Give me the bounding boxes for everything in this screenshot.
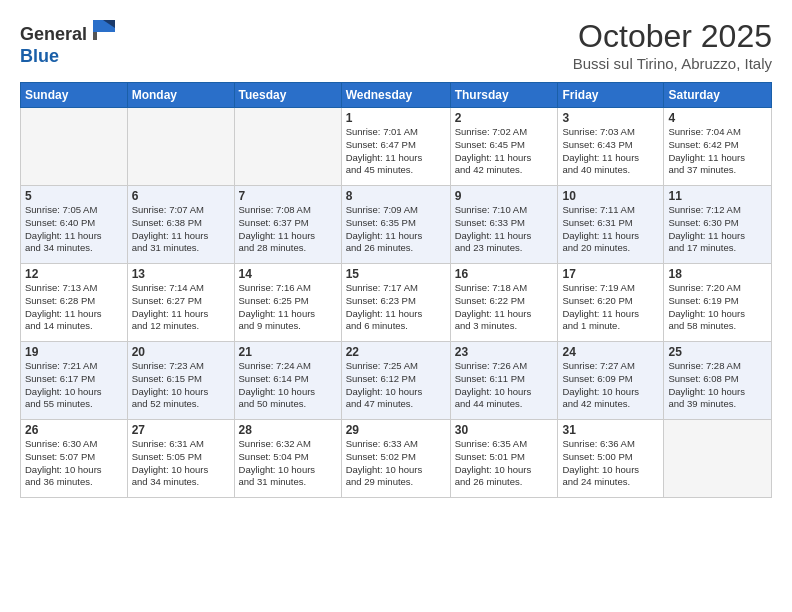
day-info: Sunrise: 7:18 AM Sunset: 6:22 PM Dayligh… bbox=[455, 282, 554, 333]
calendar-cell-w1-d0 bbox=[21, 108, 128, 186]
day-number: 28 bbox=[239, 423, 337, 437]
day-info: Sunrise: 7:12 AM Sunset: 6:30 PM Dayligh… bbox=[668, 204, 767, 255]
day-info: Sunrise: 6:31 AM Sunset: 5:05 PM Dayligh… bbox=[132, 438, 230, 489]
calendar-cell-w1-d3: 1Sunrise: 7:01 AM Sunset: 6:47 PM Daylig… bbox=[341, 108, 450, 186]
day-number: 7 bbox=[239, 189, 337, 203]
calendar-week-2: 5Sunrise: 7:05 AM Sunset: 6:40 PM Daylig… bbox=[21, 186, 772, 264]
logo-flag-icon bbox=[89, 18, 117, 40]
calendar-cell-w3-d0: 12Sunrise: 7:13 AM Sunset: 6:28 PM Dayli… bbox=[21, 264, 128, 342]
day-info: Sunrise: 7:10 AM Sunset: 6:33 PM Dayligh… bbox=[455, 204, 554, 255]
day-number: 16 bbox=[455, 267, 554, 281]
day-number: 23 bbox=[455, 345, 554, 359]
calendar-cell-w3-d5: 17Sunrise: 7:19 AM Sunset: 6:20 PM Dayli… bbox=[558, 264, 664, 342]
calendar-cell-w2-d3: 8Sunrise: 7:09 AM Sunset: 6:35 PM Daylig… bbox=[341, 186, 450, 264]
col-sunday: Sunday bbox=[21, 83, 128, 108]
logo-general: General bbox=[20, 24, 87, 44]
calendar-cell-w4-d2: 21Sunrise: 7:24 AM Sunset: 6:14 PM Dayli… bbox=[234, 342, 341, 420]
calendar-cell-w3-d1: 13Sunrise: 7:14 AM Sunset: 6:27 PM Dayli… bbox=[127, 264, 234, 342]
day-number: 6 bbox=[132, 189, 230, 203]
day-info: Sunrise: 7:21 AM Sunset: 6:17 PM Dayligh… bbox=[25, 360, 123, 411]
day-info: Sunrise: 6:30 AM Sunset: 5:07 PM Dayligh… bbox=[25, 438, 123, 489]
location-subtitle: Bussi sul Tirino, Abruzzo, Italy bbox=[573, 55, 772, 72]
day-number: 20 bbox=[132, 345, 230, 359]
header: General Blue October 2025 Bussi sul Tiri… bbox=[20, 18, 772, 72]
calendar-cell-w2-d4: 9Sunrise: 7:10 AM Sunset: 6:33 PM Daylig… bbox=[450, 186, 558, 264]
day-info: Sunrise: 7:20 AM Sunset: 6:19 PM Dayligh… bbox=[668, 282, 767, 333]
day-number: 26 bbox=[25, 423, 123, 437]
col-tuesday: Tuesday bbox=[234, 83, 341, 108]
day-number: 27 bbox=[132, 423, 230, 437]
calendar-cell-w2-d0: 5Sunrise: 7:05 AM Sunset: 6:40 PM Daylig… bbox=[21, 186, 128, 264]
day-info: Sunrise: 7:19 AM Sunset: 6:20 PM Dayligh… bbox=[562, 282, 659, 333]
calendar-cell-w4-d1: 20Sunrise: 7:23 AM Sunset: 6:15 PM Dayli… bbox=[127, 342, 234, 420]
day-info: Sunrise: 7:26 AM Sunset: 6:11 PM Dayligh… bbox=[455, 360, 554, 411]
day-info: Sunrise: 7:04 AM Sunset: 6:42 PM Dayligh… bbox=[668, 126, 767, 177]
day-info: Sunrise: 6:32 AM Sunset: 5:04 PM Dayligh… bbox=[239, 438, 337, 489]
day-info: Sunrise: 7:28 AM Sunset: 6:08 PM Dayligh… bbox=[668, 360, 767, 411]
day-info: Sunrise: 7:23 AM Sunset: 6:15 PM Dayligh… bbox=[132, 360, 230, 411]
day-info: Sunrise: 7:11 AM Sunset: 6:31 PM Dayligh… bbox=[562, 204, 659, 255]
col-friday: Friday bbox=[558, 83, 664, 108]
calendar-cell-w1-d1 bbox=[127, 108, 234, 186]
calendar-cell-w4-d5: 24Sunrise: 7:27 AM Sunset: 6:09 PM Dayli… bbox=[558, 342, 664, 420]
calendar-table: Sunday Monday Tuesday Wednesday Thursday… bbox=[20, 82, 772, 498]
col-monday: Monday bbox=[127, 83, 234, 108]
day-info: Sunrise: 7:07 AM Sunset: 6:38 PM Dayligh… bbox=[132, 204, 230, 255]
calendar-week-4: 19Sunrise: 7:21 AM Sunset: 6:17 PM Dayli… bbox=[21, 342, 772, 420]
day-info: Sunrise: 7:27 AM Sunset: 6:09 PM Dayligh… bbox=[562, 360, 659, 411]
day-number: 29 bbox=[346, 423, 446, 437]
day-number: 17 bbox=[562, 267, 659, 281]
calendar-cell-w2-d6: 11Sunrise: 7:12 AM Sunset: 6:30 PM Dayli… bbox=[664, 186, 772, 264]
day-number: 24 bbox=[562, 345, 659, 359]
day-info: Sunrise: 7:08 AM Sunset: 6:37 PM Dayligh… bbox=[239, 204, 337, 255]
page: General Blue October 2025 Bussi sul Tiri… bbox=[0, 0, 792, 612]
day-info: Sunrise: 7:02 AM Sunset: 6:45 PM Dayligh… bbox=[455, 126, 554, 177]
calendar-cell-w3-d4: 16Sunrise: 7:18 AM Sunset: 6:22 PM Dayli… bbox=[450, 264, 558, 342]
calendar-cell-w2-d2: 7Sunrise: 7:08 AM Sunset: 6:37 PM Daylig… bbox=[234, 186, 341, 264]
day-number: 13 bbox=[132, 267, 230, 281]
day-number: 31 bbox=[562, 423, 659, 437]
logo-text: General Blue bbox=[20, 18, 117, 67]
calendar-cell-w5-d1: 27Sunrise: 6:31 AM Sunset: 5:05 PM Dayli… bbox=[127, 420, 234, 498]
calendar-week-1: 1Sunrise: 7:01 AM Sunset: 6:47 PM Daylig… bbox=[21, 108, 772, 186]
title-block: October 2025 Bussi sul Tirino, Abruzzo, … bbox=[573, 18, 772, 72]
col-wednesday: Wednesday bbox=[341, 83, 450, 108]
day-number: 1 bbox=[346, 111, 446, 125]
day-number: 30 bbox=[455, 423, 554, 437]
col-saturday: Saturday bbox=[664, 83, 772, 108]
calendar-cell-w4-d3: 22Sunrise: 7:25 AM Sunset: 6:12 PM Dayli… bbox=[341, 342, 450, 420]
day-number: 3 bbox=[562, 111, 659, 125]
day-number: 22 bbox=[346, 345, 446, 359]
calendar-cell-w5-d0: 26Sunrise: 6:30 AM Sunset: 5:07 PM Dayli… bbox=[21, 420, 128, 498]
calendar-cell-w5-d2: 28Sunrise: 6:32 AM Sunset: 5:04 PM Dayli… bbox=[234, 420, 341, 498]
day-info: Sunrise: 7:16 AM Sunset: 6:25 PM Dayligh… bbox=[239, 282, 337, 333]
day-info: Sunrise: 7:25 AM Sunset: 6:12 PM Dayligh… bbox=[346, 360, 446, 411]
calendar-cell-w3-d3: 15Sunrise: 7:17 AM Sunset: 6:23 PM Dayli… bbox=[341, 264, 450, 342]
calendar-cell-w3-d6: 18Sunrise: 7:20 AM Sunset: 6:19 PM Dayli… bbox=[664, 264, 772, 342]
day-number: 10 bbox=[562, 189, 659, 203]
calendar-week-5: 26Sunrise: 6:30 AM Sunset: 5:07 PM Dayli… bbox=[21, 420, 772, 498]
day-number: 14 bbox=[239, 267, 337, 281]
day-info: Sunrise: 6:33 AM Sunset: 5:02 PM Dayligh… bbox=[346, 438, 446, 489]
day-info: Sunrise: 7:05 AM Sunset: 6:40 PM Dayligh… bbox=[25, 204, 123, 255]
svg-rect-2 bbox=[93, 32, 97, 40]
col-thursday: Thursday bbox=[450, 83, 558, 108]
day-number: 21 bbox=[239, 345, 337, 359]
calendar-cell-w4-d0: 19Sunrise: 7:21 AM Sunset: 6:17 PM Dayli… bbox=[21, 342, 128, 420]
day-number: 4 bbox=[668, 111, 767, 125]
day-info: Sunrise: 7:09 AM Sunset: 6:35 PM Dayligh… bbox=[346, 204, 446, 255]
calendar-cell-w1-d6: 4Sunrise: 7:04 AM Sunset: 6:42 PM Daylig… bbox=[664, 108, 772, 186]
calendar-cell-w1-d4: 2Sunrise: 7:02 AM Sunset: 6:45 PM Daylig… bbox=[450, 108, 558, 186]
calendar-cell-w4-d6: 25Sunrise: 7:28 AM Sunset: 6:08 PM Dayli… bbox=[664, 342, 772, 420]
calendar-cell-w4-d4: 23Sunrise: 7:26 AM Sunset: 6:11 PM Dayli… bbox=[450, 342, 558, 420]
day-number: 12 bbox=[25, 267, 123, 281]
day-number: 15 bbox=[346, 267, 446, 281]
day-info: Sunrise: 7:01 AM Sunset: 6:47 PM Dayligh… bbox=[346, 126, 446, 177]
day-number: 9 bbox=[455, 189, 554, 203]
calendar-cell-w2-d1: 6Sunrise: 7:07 AM Sunset: 6:38 PM Daylig… bbox=[127, 186, 234, 264]
day-number: 25 bbox=[668, 345, 767, 359]
calendar-cell-w5-d5: 31Sunrise: 6:36 AM Sunset: 5:00 PM Dayli… bbox=[558, 420, 664, 498]
calendar-cell-w3-d2: 14Sunrise: 7:16 AM Sunset: 6:25 PM Dayli… bbox=[234, 264, 341, 342]
calendar-cell-w2-d5: 10Sunrise: 7:11 AM Sunset: 6:31 PM Dayli… bbox=[558, 186, 664, 264]
day-number: 11 bbox=[668, 189, 767, 203]
